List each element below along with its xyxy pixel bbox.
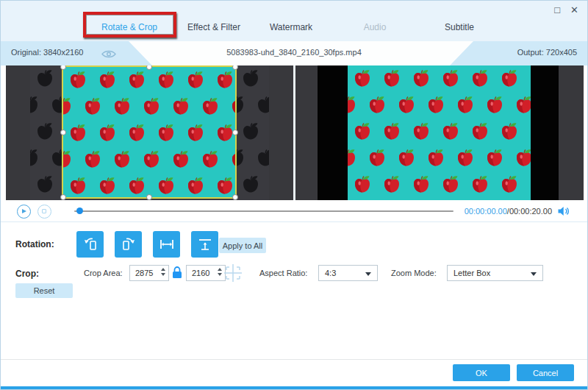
crop-label: Crop: [15,269,39,279]
crop-width-stepper[interactable] [161,268,165,276]
crop-position-icon [220,263,245,283]
aspect-ratio-select[interactable]: 4:3 [318,265,378,281]
reset-button[interactable]: Reset [15,283,73,298]
lock-icon [172,266,182,279]
play-icon [22,209,26,213]
preview-divider [293,65,295,200]
file-name: 5083983-uhd_3840_2160_30fps.mp4 [1,48,587,57]
tab-rotate-crop[interactable]: Rotate & Crop [101,22,157,32]
flip-vertical-icon [196,235,214,253]
crop-handle-bottom-left[interactable] [60,194,66,200]
output-video-content [348,65,531,200]
crop-selection-box[interactable] [62,65,237,199]
stop-icon [42,209,46,213]
tab-bar: Rotate & Crop Effect & Filter Watermark … [1,1,587,41]
apply-to-all-button[interactable]: Apply to All [219,238,266,253]
lock-aspect-button[interactable] [172,266,182,282]
aspect-ratio-value: 4:3 [325,269,336,277]
rotate-right-icon [120,235,137,253]
chevron-down-icon [365,272,371,276]
player-bar: 00:00:00.00/00:00:20.00 [1,200,587,222]
play-button[interactable] [17,205,31,219]
flip-horizontal-icon [158,235,176,253]
rotate-left-button[interactable] [76,231,104,258]
flip-horizontal-button[interactable] [153,231,180,258]
crop-position-button[interactable] [220,263,245,286]
crop-handle-middle-left[interactable] [60,130,66,135]
tab-effect-filter[interactable]: Effect & Filter [187,22,240,32]
flip-vertical-button[interactable] [191,231,218,258]
rotate-crop-dialog: Rotate & Crop Effect & Filter Watermark … [0,0,588,390]
crop-width-value: 2875 [135,269,153,277]
close-icon[interactable]: ✕ [570,5,578,15]
crop-height-input[interactable]: 2160 [186,265,226,281]
crop-height-value: 2160 [192,269,209,277]
rotate-right-button[interactable] [115,231,142,258]
cancel-button[interactable]: Cancel [517,364,574,381]
zoom-mode-label: Zoom Mode: [391,269,437,277]
crop-handle-bottom-right[interactable] [232,194,238,200]
crop-handle-bottom-center[interactable] [146,194,152,200]
window-bottom-border [1,386,587,390]
time-display: 00:00:00.00/00:00:20.00 [465,207,552,216]
crop-area-label: Crop Area: [84,269,123,277]
crop-handle-middle-right[interactable] [232,130,238,135]
seek-handle[interactable] [76,208,83,214]
tab-audio: Audio [364,22,387,32]
output-resolution-label: Output: 720x405 [517,48,577,57]
tab-subtitle[interactable]: Subtitle [445,22,474,32]
current-time: 00:00:00.00 [465,207,507,216]
seek-bar[interactable] [74,210,453,212]
volume-button[interactable] [557,205,570,220]
zoom-mode-value: Letter Box [453,269,490,277]
rotation-label: Rotation: [15,239,54,249]
rotate-left-icon [82,235,99,253]
footer-divider [1,359,587,360]
aspect-ratio-label: Aspect Ratio: [259,269,307,277]
zoom-mode-select[interactable]: Letter Box [447,265,543,281]
step-up-icon[interactable] [161,268,165,271]
output-video-frame [318,65,559,200]
video-preview-area [6,65,584,200]
chevron-down-icon [531,272,537,276]
tab-watermark[interactable]: Watermark [270,22,312,32]
info-bar: Original: 3840x2160 5083983-uhd_3840_216… [1,41,587,65]
total-time: /00:00:20.00 [507,207,552,216]
maximize-icon[interactable]: □ [554,5,560,15]
step-down-icon[interactable] [161,273,165,276]
volume-icon [557,205,570,217]
window-controls: □ ✕ [554,5,578,15]
stop-button[interactable] [37,205,51,219]
crop-width-input[interactable]: 2875 [129,265,169,281]
ok-button[interactable]: OK [453,364,510,381]
